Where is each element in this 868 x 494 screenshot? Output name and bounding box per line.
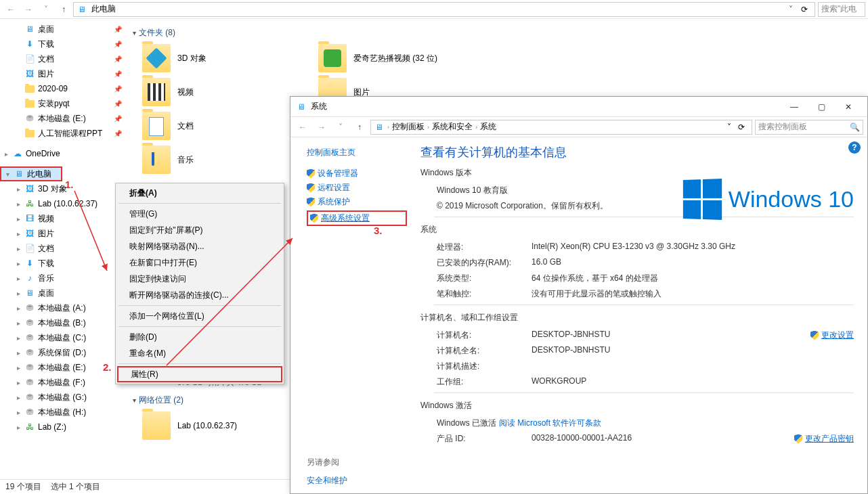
tree-item[interactable]: ▸⬇下载 xyxy=(0,256,127,271)
chevron-icon: ▸ xyxy=(15,409,22,416)
menu-item[interactable]: 断开网络驱动器的连接(C)... xyxy=(117,287,282,303)
chevron-icon: ▸ xyxy=(15,230,22,238)
annotation-3: 3. xyxy=(374,225,383,236)
tree-item[interactable]: 🖼图片📌 xyxy=(0,66,127,81)
nav-recent-icon[interactable]: ˅ xyxy=(332,119,349,135)
help-icon[interactable]: ? xyxy=(848,141,861,154)
cp-home-link[interactable]: 控制面板主页 xyxy=(307,147,407,158)
sys-row: 已安装的内存(RAM):16.0 GB xyxy=(420,255,854,271)
tree-item[interactable]: ▸⛃本地磁盘 (C:) xyxy=(0,330,127,345)
sys-row: 处理器:Intel(R) Xeon(R) CPU E3-1230 v3 @ 3.… xyxy=(420,240,854,255)
cp-search[interactable]: 搜索控制面板 🔍 xyxy=(755,120,863,135)
tree-item[interactable]: ▾🖥此电脑 xyxy=(0,166,62,181)
folder-item[interactable]: 文档 xyxy=(135,109,311,143)
nav-up-icon[interactable]: ↑ xyxy=(351,119,368,135)
crumb-0[interactable]: 控制面板 xyxy=(392,121,425,133)
sysnav-link[interactable]: 远程设置 xyxy=(307,182,407,194)
menu-item[interactable]: 在新窗口中打开(E) xyxy=(117,254,282,271)
menu-item[interactable]: 重命名(M) xyxy=(117,345,282,361)
tree-item[interactable]: ▸⛃系统保留 (D:) xyxy=(0,345,127,360)
menu-item[interactable]: 固定到"开始"屏幕(P) xyxy=(117,222,282,238)
tree-label: 安装pyqt xyxy=(38,98,70,110)
context-menu: 折叠(A)管理(G)固定到"开始"屏幕(P)映射网络驱动器(N)...在新窗口中… xyxy=(115,183,284,384)
tree-label: 桌面 xyxy=(38,24,54,35)
tree-item[interactable]: ⛃本地磁盘 (E:)📌 xyxy=(0,111,127,126)
menu-item[interactable]: 折叠(A) xyxy=(117,185,282,201)
tree-item[interactable]: 2020-09📌 xyxy=(0,81,127,96)
tree-item[interactable]: ▸🖧Lab (Z:) xyxy=(0,420,127,434)
menu-item[interactable]: 映射网络驱动器(N)... xyxy=(117,238,282,254)
license-terms-link[interactable]: 阅读 Microsoft 软件许可条款 xyxy=(499,418,601,429)
folder-item[interactable]: 3D 对象 xyxy=(135,41,311,75)
menu-item[interactable]: 属性(R) xyxy=(117,366,282,382)
menu-item[interactable]: 管理(G) xyxy=(117,206,282,222)
menu-item[interactable]: 添加一个网络位置(L) xyxy=(117,308,282,324)
tree-label: 人工智能课程PPT xyxy=(38,128,102,139)
address-dropdown-icon[interactable]: ˅ xyxy=(727,122,731,132)
tree-item[interactable]: ▸🖼3D 对象 xyxy=(0,181,127,196)
minimize-button[interactable]: — xyxy=(781,97,808,117)
tree-item[interactable]: ▸📄文档 xyxy=(0,241,127,256)
cp-search-placeholder: 搜索控制面板 xyxy=(758,121,807,133)
chevron-icon: ▸ xyxy=(15,424,22,431)
row-key: 笔和触控: xyxy=(437,288,531,300)
search-placeholder: 搜索"此电 xyxy=(821,3,856,15)
refresh-icon[interactable]: ⟳ xyxy=(734,122,749,132)
maximize-button[interactable]: ▢ xyxy=(808,97,835,117)
nav-back-icon[interactable]: ← xyxy=(3,1,19,18)
refresh-icon[interactable]: ⟳ xyxy=(797,5,812,14)
tree-item[interactable]: ▸⛃本地磁盘 (B:) xyxy=(0,315,127,330)
menu-item[interactable]: 固定到快速访问 xyxy=(117,271,282,287)
tree-item[interactable]: 📄文档📌 xyxy=(0,51,127,66)
sysnav-link[interactable]: 设备管理器 xyxy=(307,168,407,179)
address-dropdown-icon[interactable]: ˅ xyxy=(789,5,793,14)
crumb-1[interactable]: 系统和安全 xyxy=(432,121,473,133)
disk-icon: ⛃ xyxy=(24,407,35,418)
tree-label: 本地磁盘 (H:) xyxy=(38,407,86,418)
tree-item[interactable]: ▸🖧Lab (10.0.62.37) xyxy=(0,196,127,211)
breadcrumb[interactable]: 🖥 › 控制面板 › 系统和安全 › 系统 ˅ ⟳ xyxy=(370,120,752,135)
change-product-key-link[interactable]: 更改产品密钥 xyxy=(794,433,854,445)
tree-item[interactable]: ▸🖼图片 xyxy=(0,226,127,241)
nav-back-icon[interactable]: ← xyxy=(295,119,311,135)
see-also-link[interactable]: 安全和维护 xyxy=(307,475,407,487)
tree-item[interactable]: ▸⛃本地磁盘 (A:) xyxy=(0,300,127,315)
nav-tree[interactable]: 🖥桌面📌⬇下载📌📄文档📌🖼图片📌2020-09📌安装pyqt📌⛃本地磁盘 (E:… xyxy=(0,19,127,479)
disk-icon: ⛃ xyxy=(24,317,35,328)
folder-item[interactable]: 视频 xyxy=(135,75,311,109)
pc-icon: 🖥 xyxy=(374,122,385,133)
menu-separator xyxy=(118,326,281,327)
tree-item[interactable]: ▸♪音乐 xyxy=(0,271,127,286)
tree-item[interactable]: 🖥桌面📌 xyxy=(0,22,127,37)
nav-fwd-icon[interactable]: → xyxy=(313,119,330,135)
folder-item[interactable]: 爱奇艺热播视频 (32 位) xyxy=(311,41,487,75)
crumb-2[interactable]: 系统 xyxy=(480,121,496,133)
tree-item[interactable]: 人工智能课程PPT📌 xyxy=(0,126,127,141)
chevron-icon: ▸ xyxy=(15,200,22,208)
tree-item[interactable]: 安装pyqt📌 xyxy=(0,96,127,111)
sysnav-link[interactable]: 高级系统设置 xyxy=(307,210,407,226)
change-settings-link[interactable]: 更改设置 xyxy=(810,330,854,341)
menu-item[interactable]: 删除(D) xyxy=(117,329,282,345)
sysnav-link[interactable]: 系统保护 xyxy=(307,196,407,208)
folder-item[interactable]: 音乐 xyxy=(135,143,311,177)
tree-item[interactable]: ⬇下载📌 xyxy=(0,37,127,51)
tree-item[interactable]: ▸🖥桌面 xyxy=(0,286,127,300)
explorer-search[interactable]: 搜索"此电 xyxy=(818,2,865,17)
name-row: 工作组:WORKGROUP xyxy=(420,374,854,390)
tree-item[interactable]: ▸⛃本地磁盘 (G:) xyxy=(0,390,127,405)
mus-icon: ♪ xyxy=(24,273,35,284)
nav-recent-icon[interactable]: ˅ xyxy=(38,1,54,18)
group-folders[interactable]: ▾ 文件夹 (8) xyxy=(133,27,860,39)
tree-item[interactable]: ▸☁OneDrive xyxy=(0,146,127,161)
address-box[interactable]: 🖥 此电脑 ˅ ⟳ xyxy=(73,2,815,17)
nav-up-icon[interactable]: ↑ xyxy=(56,1,72,18)
row-value: WORKGROUP xyxy=(531,376,586,388)
system-titlebar[interactable]: 🖥 系统 — ▢ ✕ xyxy=(290,97,867,117)
close-button[interactable]: ✕ xyxy=(835,97,862,117)
chevron-down-icon: ▾ xyxy=(133,29,136,37)
nav-fwd-icon[interactable]: → xyxy=(20,1,37,18)
tree-item[interactable]: ▸⛃本地磁盘 (H:) xyxy=(0,405,127,420)
tree-item[interactable]: ▸⛃本地磁盘 (F:) xyxy=(0,375,127,390)
tree-item[interactable]: ▸🎞视频 xyxy=(0,211,127,226)
